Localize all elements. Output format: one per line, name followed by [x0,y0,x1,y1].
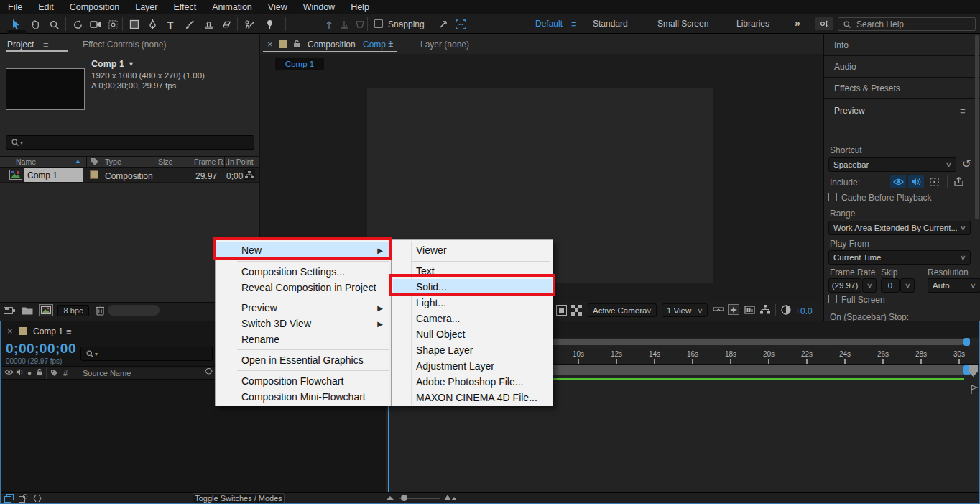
type-tool-icon[interactable]: T [164,18,177,31]
menu-item-preview[interactable]: Preview▶ [216,300,390,316]
menu-effect[interactable]: Effect [165,0,204,14]
shy-layer-icon[interactable] [204,368,213,377]
hand-tool-icon[interactable] [29,18,42,31]
range-select[interactable]: Work Area Extended By Current...∨ [828,221,971,235]
project-row-name-cell[interactable]: Comp 1 [24,168,83,182]
snap-arrow-icon[interactable] [437,18,450,31]
project-comp-title[interactable]: Comp 1 [91,59,124,69]
submenu-item-adjustment-layer[interactable]: Adjustment Layer [393,358,552,374]
label-column-tag-icon[interactable] [50,369,58,377]
transparency-grid-icon[interactable] [571,305,582,316]
manage-workspaces-button[interactable] [815,17,833,30]
expand-in-out-icon[interactable] [33,494,42,503]
shortcut-select[interactable]: Spacebar∨ [828,157,956,172]
comp-tab-close-icon[interactable]: × [267,39,273,50]
zoom-in-mountain-icon[interactable] [444,495,451,500]
viewer-tab-comp1[interactable]: Comp 1 [275,58,324,70]
timeline-zoom-slider-knob[interactable] [401,495,407,501]
label-column-tag-icon[interactable] [91,157,99,166]
menu-animation[interactable]: Animation [204,0,260,14]
menu-item-composition-settings[interactable]: Composition Settings... [216,264,390,280]
skip-dropdown-button[interactable]: ∨ [900,278,915,293]
column-layer-number[interactable]: # [63,369,68,377]
comp-tab-title[interactable]: Composition [308,40,356,50]
zoom-tool-icon[interactable] [47,18,60,31]
puppet-pin-tool-icon[interactable] [263,18,276,31]
solo-icon[interactable]: ● [27,369,32,377]
menu-layer[interactable]: Layer [127,0,165,14]
timeline-search-input[interactable]: ▾ [80,347,213,361]
menu-window[interactable]: Window [295,0,343,14]
menu-edit[interactable]: Edit [30,0,62,14]
workspace-tab-small-screen[interactable]: Small Screen [657,19,708,29]
zoom-out-mountain-icon[interactable] [387,496,394,500]
menu-view[interactable]: View [260,0,295,14]
goggles-icon[interactable] [713,305,724,313]
selection-tool-icon[interactable] [10,18,23,31]
panel-header-preview[interactable]: Preview [834,106,865,116]
menu-file[interactable]: File [0,0,30,14]
exposure-value[interactable]: +0.0 [795,306,813,316]
panel-header-audio[interactable]: Audio [834,62,856,72]
timeline-tab-close-icon[interactable]: × [7,326,13,336]
local-axis-mode-icon[interactable] [323,18,336,31]
timeline-panel-menu-icon[interactable]: ≡ [66,326,72,337]
sort-ascending-icon[interactable]: ▲ [75,157,81,165]
pixel-aspect-correction-icon[interactable] [728,304,739,315]
view-axis-mode-icon[interactable] [353,18,366,31]
camera-select[interactable]: Active Camera∨ [588,303,657,317]
pan-behind-tool-icon[interactable] [106,18,119,31]
menu-item-switch-3d-view[interactable]: Switch 3D View▶ [216,316,390,331]
audio-speaker-icon[interactable] [16,368,24,376]
trash-icon[interactable] [96,305,105,316]
rotation-tool-icon[interactable] [71,18,84,31]
search-help-input[interactable]: Search Help [838,17,976,31]
include-overlays-icon[interactable] [926,175,942,188]
submenu-item-cinema4d-file[interactable]: MAXON CINEMA 4D File... [393,390,552,406]
current-timecode[interactable]: 0;00;00;00 [6,341,76,357]
workspace-default-menu-icon[interactable]: ≡ [571,19,577,29]
column-in-point[interactable]: In Point [228,157,254,166]
bit-depth-button[interactable]: 8 bpc [57,305,89,316]
view-layout-select[interactable]: 1 View∨ [662,303,708,317]
expand-layer-switches-icon[interactable] [4,494,14,503]
skip-value-box[interactable]: 0 [881,278,900,293]
share-icon[interactable] [953,176,964,187]
region-of-interest-icon[interactable] [556,305,567,316]
cache-before-playback-checkbox[interactable] [828,193,837,201]
clone-stamp-tool-icon[interactable] [202,18,215,31]
project-search-input[interactable]: ▾ [6,135,254,150]
full-screen-checkbox[interactable] [828,295,837,303]
play-from-select[interactable]: Current Time∨ [828,250,971,265]
panel-header-effects-presets[interactable]: Effects & Presets [834,83,900,93]
menu-item-open-essential-graphics[interactable]: Open in Essential Graphics [216,352,390,368]
menu-item-composition-flowchart[interactable]: Composition Flowchart [216,373,390,389]
panel-header-info[interactable]: Info [834,40,849,50]
timeline-tab-comp1[interactable]: Comp 1 [33,326,63,336]
exposure-reset-icon[interactable] [781,305,791,315]
label-color-swatch[interactable] [90,170,98,179]
snapping-checkbox[interactable] [374,19,383,28]
roto-brush-tool-icon[interactable] [243,18,256,31]
submenu-item-light[interactable]: Light... [393,295,552,311]
rectangle-tool-icon[interactable] [128,18,141,31]
resolution-select[interactable]: Auto∨ [928,278,980,293]
video-eye-icon[interactable] [4,369,14,375]
new-folder-icon[interactable] [22,306,33,315]
submenu-item-photoshop-file[interactable]: Adobe Photoshop File... [393,374,552,390]
column-size[interactable]: Size [158,157,172,166]
brush-tool-icon[interactable] [183,18,196,31]
lock-icon[interactable] [36,368,43,376]
tab-project[interactable]: Project [7,40,34,50]
menu-composition[interactable]: Composition [62,0,127,14]
navigator-end-handle[interactable] [963,338,970,346]
comp-panel-menu-icon[interactable]: ≡ [388,40,394,50]
workspace-tab-default[interactable]: Default [535,19,563,29]
snap-bounds-icon[interactable] [454,18,467,31]
frame-rate-dropdown-button[interactable]: ∨ [862,278,877,293]
preview-panel-menu-icon[interactable]: ≡ [960,106,966,116]
lock-icon[interactable] [293,40,300,48]
new-composition-button[interactable] [39,304,53,316]
submenu-item-null-object[interactable]: Null Object [393,326,552,342]
sidebar-scrollbar[interactable] [975,35,979,219]
